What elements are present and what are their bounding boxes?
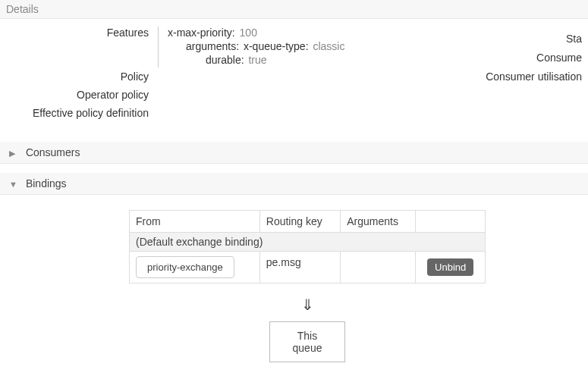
x-max-priority-key: x-max-priority: xyxy=(168,27,235,39)
binding-action-cell: Unbind xyxy=(416,252,486,283)
meta-consumers: Consume xyxy=(461,49,582,67)
policy-val xyxy=(158,70,461,86)
chevron-right-icon xyxy=(9,149,18,158)
meta-state: Sta xyxy=(461,30,582,49)
durable-val: true xyxy=(248,54,266,66)
details-header: Details xyxy=(0,0,588,19)
operator-policy-label: Operator policy xyxy=(6,89,158,101)
down-arrow-icon: ⇓ xyxy=(129,297,486,312)
chevron-down-icon xyxy=(9,180,18,189)
policy-label: Policy xyxy=(6,70,158,83)
default-binding-cell: (Default exchange binding) xyxy=(130,233,486,252)
details-title: Details xyxy=(6,3,39,15)
durable-key: durable: xyxy=(206,54,244,66)
meta-consumer-utilisation: Consumer utilisation xyxy=(461,67,582,86)
x-max-priority-val: 100 xyxy=(240,27,257,39)
binding-arguments-cell xyxy=(341,252,416,283)
table-row: priority-exchange pe.msg Unbind xyxy=(130,252,486,283)
bindings-content: From Routing key Arguments (Default exch… xyxy=(0,195,588,377)
details-body: Features x-max-priority: 100 arguments: … xyxy=(0,19,588,133)
x-queue-type-val: classic xyxy=(313,40,344,52)
x-queue-type-key: x-queue-type: xyxy=(244,40,309,52)
features-values: x-max-priority: 100 arguments: x-queue-t… xyxy=(158,27,461,67)
consumers-header[interactable]: Consumers xyxy=(0,142,588,164)
table-header-row: From Routing key Arguments xyxy=(130,211,486,233)
unbind-button[interactable]: Unbind xyxy=(427,258,473,276)
features-label: Features xyxy=(6,27,158,39)
col-routing-key: Routing key xyxy=(259,211,340,233)
bindings-table: From Routing key Arguments (Default exch… xyxy=(129,210,486,283)
arguments-key: arguments: xyxy=(186,40,239,52)
bindings-header[interactable]: Bindings xyxy=(0,173,588,195)
operator-policy-val xyxy=(158,89,461,104)
col-arguments: Arguments xyxy=(341,211,416,233)
col-from: From xyxy=(130,211,260,233)
binding-routing-key-cell: pe.msg xyxy=(259,252,340,283)
consumers-title: Consumers xyxy=(26,146,80,158)
table-row: (Default exchange binding) xyxy=(130,233,486,252)
col-actions xyxy=(416,211,486,233)
right-meta: Sta Consume Consumer utilisation xyxy=(461,30,582,125)
exchange-link[interactable]: priority-exchange xyxy=(136,256,234,278)
this-queue-box: This queue xyxy=(269,321,345,362)
effective-policy-val xyxy=(158,107,461,122)
effective-policy-label: Effective policy definition xyxy=(6,107,158,119)
bindings-title: Bindings xyxy=(26,177,67,190)
binding-from-cell: priority-exchange xyxy=(130,252,260,283)
